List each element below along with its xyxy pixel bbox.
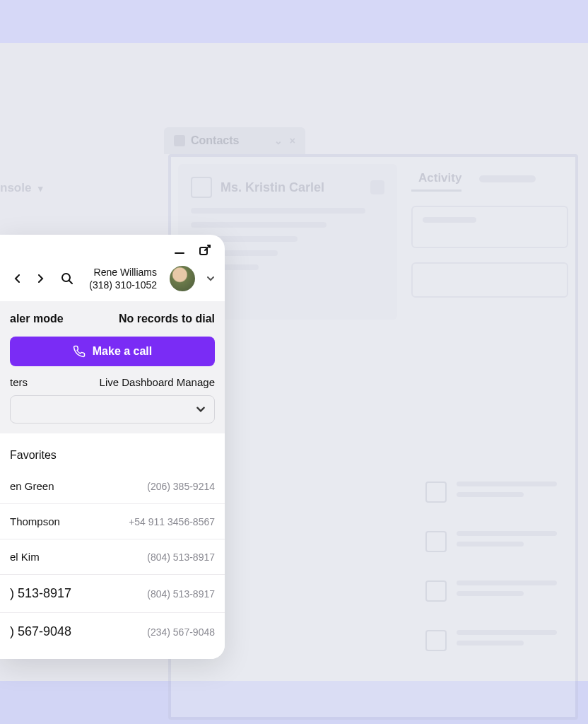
contacts-tab: Contacts ⌄ × — [164, 127, 305, 154]
user-info: Rene Williams (318) 310-1052 — [89, 266, 157, 291]
dashboard-manage-link[interactable]: Live Dashboard Manage — [100, 376, 215, 388]
favorite-item[interactable]: ) 513-8917 (804) 513-8917 — [0, 575, 225, 613]
record-pane: Ms. Kristin Carlel Activity — [168, 154, 578, 720]
minimize-button[interactable] — [172, 243, 187, 257]
search-button[interactable] — [59, 271, 75, 286]
chevron-down-icon — [196, 404, 206, 414]
action-icon — [370, 180, 384, 194]
dialer-status: No records to dial — [119, 313, 215, 325]
favorite-item[interactable]: ) 567-9048 (234) 567-9048 — [0, 613, 225, 650]
activity-tab: Activity — [411, 164, 461, 192]
forward-button[interactable] — [33, 271, 48, 286]
favorite-item[interactable]: Thompson +54 911 3456-8567 — [0, 504, 225, 539]
close-icon: × — [290, 135, 295, 146]
list-select[interactable] — [10, 395, 215, 424]
back-button[interactable] — [10, 271, 25, 286]
avatar[interactable] — [170, 266, 195, 291]
filters-link[interactable]: ters — [10, 376, 28, 388]
chevron-down-icon: ▾ — [38, 183, 43, 194]
contact-avatar-icon — [191, 177, 212, 198]
make-call-button[interactable]: Make a call — [10, 337, 215, 366]
popout-button[interactable] — [198, 243, 212, 257]
favorite-item[interactable]: en Green (206) 385-9214 — [0, 469, 225, 504]
svg-line-3 — [69, 281, 72, 284]
dialer-panel: Rene Williams (318) 310-1052 aler mode N… — [0, 235, 225, 659]
dialer-mode-label: aler mode — [10, 313, 64, 325]
favorites-header: Favorites — [0, 433, 225, 469]
phone-icon — [73, 345, 86, 358]
activity-panel: Activity — [411, 164, 568, 716]
console-label: nsole▾ — [0, 181, 43, 195]
user-name: Rene Williams — [89, 266, 157, 279]
user-menu-button[interactable] — [206, 274, 215, 283]
contact-icon — [174, 135, 185, 146]
chevron-down-icon: ⌄ — [274, 135, 283, 146]
favorite-item[interactable]: el Kim (804) 513-8917 — [0, 539, 225, 575]
user-phone: (318) 310-1052 — [89, 279, 157, 291]
contact-name: Ms. Kristin Carlel — [220, 180, 324, 195]
